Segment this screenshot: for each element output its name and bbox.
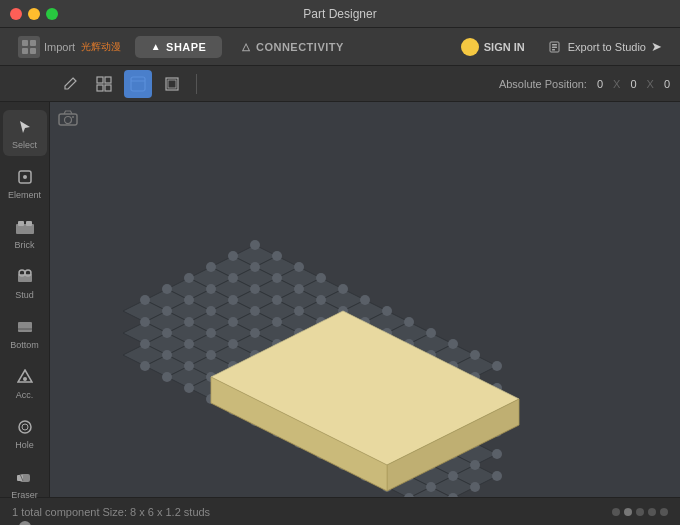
svg-point-260 (448, 471, 458, 481)
shape-tab-icon: ▲ (151, 41, 161, 52)
sidebar-item-eraser[interactable]: Eraser (3, 460, 47, 506)
svg-point-198 (184, 273, 194, 283)
svg-point-27 (23, 377, 27, 381)
brand-label: 光辉动漫 (81, 40, 121, 54)
frame-icon (164, 76, 180, 92)
svg-point-277 (140, 361, 150, 371)
close-button[interactable] (10, 8, 22, 20)
svg-point-264 (184, 361, 194, 371)
svg-point-213 (162, 284, 172, 294)
pos-y-value: 0 (630, 78, 636, 90)
svg-point-275 (426, 482, 436, 492)
svg-rect-15 (168, 80, 176, 88)
svg-point-202 (272, 317, 282, 327)
export-button[interactable]: Export to Studio ➤ (541, 35, 670, 58)
status-dot-5 (660, 508, 668, 516)
stud-icon (14, 266, 36, 288)
shape-tab-label: SHAPE (166, 41, 206, 53)
svg-point-169 (470, 350, 480, 360)
sign-in-avatar (461, 38, 479, 56)
select-label: Select (12, 140, 37, 150)
edit-button[interactable] (56, 70, 84, 98)
main-layout: Select Element Brick (0, 102, 680, 497)
svg-point-278 (162, 372, 172, 382)
svg-rect-19 (18, 221, 24, 226)
svg-point-231 (184, 317, 194, 327)
window-controls (10, 8, 58, 20)
svg-rect-24 (18, 322, 32, 332)
svg-point-215 (206, 306, 216, 316)
grid-button[interactable] (90, 70, 118, 98)
3d-scene (50, 102, 680, 497)
sidebar-item-select[interactable]: Select (3, 110, 47, 156)
svg-rect-11 (105, 85, 111, 91)
svg-point-201 (250, 306, 260, 316)
tab-connectivity[interactable]: △ CONNECTIVITY (226, 36, 359, 58)
svg-point-217 (250, 328, 260, 338)
minimize-button[interactable] (28, 8, 40, 20)
svg-point-263 (162, 350, 172, 360)
svg-point-173 (272, 273, 282, 283)
sign-in-button[interactable]: SIGN IN (453, 34, 533, 60)
sidebar-item-bottom[interactable]: Bottom (3, 310, 47, 356)
svg-point-232 (206, 328, 216, 338)
svg-rect-8 (97, 77, 103, 83)
acc-label: Acc. (16, 390, 34, 400)
status-dots (612, 508, 668, 516)
tab-shape[interactable]: ▲ SHAPE (135, 36, 223, 58)
viewport-svg (65, 102, 665, 497)
svg-rect-2 (22, 48, 28, 54)
edit-icon (62, 76, 78, 92)
viewport[interactable] (50, 102, 680, 497)
svg-point-188 (294, 306, 304, 316)
frame-button[interactable] (158, 70, 186, 98)
svg-point-184 (206, 262, 216, 272)
toolbar-separator (196, 74, 197, 94)
import-icon (18, 36, 40, 58)
eraser-label: Eraser (11, 490, 38, 500)
maximize-button[interactable] (46, 8, 58, 20)
select-icon (14, 116, 36, 138)
svg-point-248 (184, 339, 194, 349)
svg-point-167 (426, 328, 436, 338)
svg-point-185 (228, 273, 238, 283)
view-button[interactable] (124, 70, 152, 98)
export-label: Export to Studio (568, 41, 646, 53)
window-title: Part Designer (303, 7, 376, 21)
svg-point-29 (22, 424, 28, 430)
status-dot-4 (648, 508, 656, 516)
status-bar: 1 total component Size: 8 x 6 x 1.2 stud… (0, 497, 680, 525)
svg-point-187 (272, 295, 282, 305)
svg-point-279 (184, 383, 194, 393)
svg-rect-20 (26, 221, 32, 226)
bottom-label: Bottom (10, 340, 39, 350)
svg-point-174 (294, 284, 304, 294)
svg-rect-10 (97, 85, 103, 91)
sidebar-item-element[interactable]: Element (3, 160, 47, 206)
svg-point-175 (316, 295, 326, 305)
svg-point-161 (294, 262, 304, 272)
export-icon (549, 40, 563, 54)
svg-point-164 (360, 295, 370, 305)
sidebar-item-acc[interactable]: Acc. (3, 360, 47, 406)
hole-icon (14, 416, 36, 438)
sidebar-item-stud[interactable]: Stud (3, 260, 47, 306)
hole-label: Hole (15, 440, 34, 450)
import-button[interactable]: Import 光辉动漫 (10, 32, 129, 62)
nav-bar: Import 光辉动漫 ▲ SHAPE △ CONNECTIVITY SIGN … (0, 28, 680, 66)
svg-rect-3 (30, 48, 36, 54)
element-icon (14, 166, 36, 188)
nav-right: SIGN IN Export to Studio ➤ (453, 34, 670, 60)
svg-point-171 (228, 251, 238, 261)
svg-point-262 (140, 339, 150, 349)
sidebar-item-brick[interactable]: Brick (3, 210, 47, 256)
svg-point-160 (272, 251, 282, 261)
pos-z-value: 0 (664, 78, 670, 90)
svg-point-245 (492, 471, 502, 481)
element-label: Element (8, 190, 41, 200)
status-dot-2 (624, 508, 632, 516)
status-dot-3 (636, 508, 644, 516)
grid-icon (96, 76, 112, 92)
sidebar-item-hole[interactable]: Hole (3, 410, 47, 456)
pos-x-value: 0 (597, 78, 603, 90)
